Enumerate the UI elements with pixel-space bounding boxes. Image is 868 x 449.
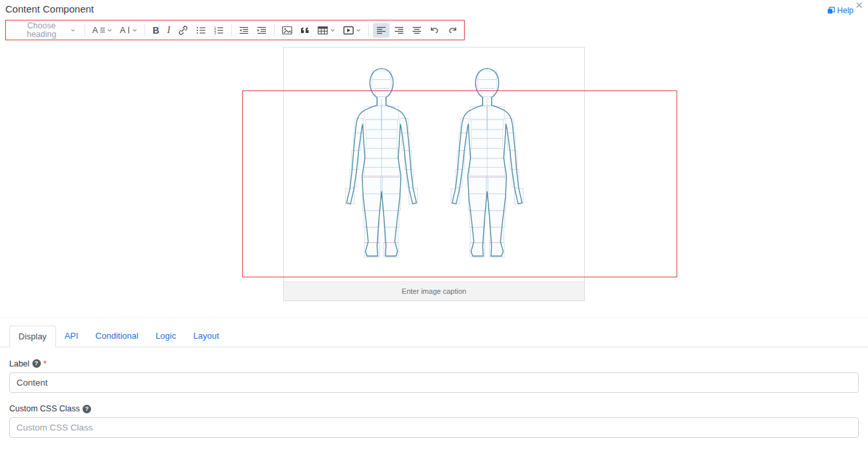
- increase-indent-button[interactable]: [253, 23, 270, 38]
- help-label: Help: [837, 6, 853, 15]
- help-link[interactable]: Help: [827, 6, 853, 15]
- bold-button[interactable]: B: [149, 23, 162, 38]
- align-left-icon: [376, 26, 386, 35]
- align-right-icon: [394, 26, 404, 35]
- decrease-indent-icon: [239, 26, 249, 35]
- toolbar-separator: [368, 24, 369, 36]
- custom-css-class-field: Custom CSS Class ?: [9, 404, 859, 438]
- align-left-button[interactable]: [373, 23, 389, 38]
- display-settings-form: Label ? * Custom CSS Class ?: [0, 359, 868, 438]
- align-center-button[interactable]: [409, 23, 425, 38]
- body-diagram-image[interactable]: [284, 48, 584, 281]
- text-cursor-icon: [127, 26, 130, 34]
- custom-css-class-input[interactable]: [9, 417, 859, 438]
- label-field: Label ? *: [9, 359, 859, 393]
- dialog-header: Content Component Help ×: [0, 0, 868, 18]
- undo-icon: [430, 26, 440, 34]
- tab-conditional[interactable]: Conditional: [87, 326, 147, 347]
- image-icon: [282, 26, 292, 35]
- chevron-down-icon: [132, 28, 137, 33]
- tab-layout[interactable]: Layout: [185, 326, 228, 347]
- bulleted-list-icon: [196, 26, 206, 35]
- insert-image-button[interactable]: [279, 23, 296, 38]
- tab-bar: Display API Conditional Logic Layout: [0, 326, 868, 347]
- front-body-figure: [340, 54, 423, 276]
- block-quote-icon: [300, 26, 310, 34]
- chevron-down-icon: [356, 28, 361, 33]
- help-tooltip-icon[interactable]: ?: [32, 359, 41, 368]
- table-icon: [317, 26, 328, 35]
- custom-css-class-label: Custom CSS Class ?: [9, 404, 859, 413]
- block-quote-button[interactable]: [297, 24, 313, 37]
- italic-icon: I: [167, 26, 170, 35]
- numbered-list-icon: 123: [214, 26, 224, 35]
- undo-button[interactable]: [426, 23, 443, 37]
- media-icon: [343, 26, 354, 35]
- help-icon: [827, 7, 835, 15]
- label-field-label: Label ? *: [9, 359, 859, 368]
- heading-dropdown-label: Choose heading: [15, 22, 69, 38]
- insert-table-dropdown[interactable]: [314, 23, 339, 38]
- tab-display[interactable]: Display: [9, 326, 56, 347]
- toolbar-separator: [145, 24, 145, 36]
- image-widget[interactable]: Enter image caption: [283, 47, 585, 301]
- font-styles-label: A: [92, 26, 98, 34]
- settings-panel: Display API Conditional Logic Layout Lab…: [0, 317, 868, 438]
- page-title: Content Component: [5, 3, 94, 15]
- chevron-down-icon: [71, 28, 75, 33]
- image-caption-input[interactable]: Enter image caption: [284, 281, 584, 300]
- font-size-dropdown[interactable]: A: [117, 23, 141, 37]
- back-body-figure: [446, 54, 529, 276]
- custom-css-class-label-text: Custom CSS Class: [9, 404, 80, 413]
- toolbar-separator: [231, 24, 232, 36]
- toolbar-separator: [274, 24, 275, 36]
- redo-button[interactable]: [444, 23, 461, 37]
- label-field-label-text: Label: [9, 359, 30, 368]
- redo-icon: [448, 26, 457, 34]
- tab-api[interactable]: API: [56, 326, 87, 347]
- heading-dropdown[interactable]: Choose heading: [9, 19, 81, 41]
- align-center-icon: [412, 26, 422, 35]
- label-input[interactable]: [9, 372, 859, 393]
- close-icon[interactable]: ×: [855, 0, 863, 11]
- increase-indent-icon: [257, 26, 267, 35]
- italic-button[interactable]: I: [164, 23, 174, 38]
- chevron-down-icon: [330, 28, 335, 33]
- numbered-list-button[interactable]: 123: [211, 23, 227, 38]
- tab-logic[interactable]: Logic: [147, 326, 185, 347]
- align-right-button[interactable]: [391, 23, 407, 38]
- required-asterisk: *: [44, 359, 47, 368]
- link-icon: [178, 26, 188, 35]
- font-size-label: A: [120, 26, 126, 34]
- bold-icon: B: [152, 26, 159, 35]
- svg-text:3: 3: [215, 30, 217, 34]
- bulleted-list-button[interactable]: [193, 23, 209, 38]
- decrease-indent-button[interactable]: [236, 23, 252, 38]
- rich-text-editor-content[interactable]: Enter image caption: [0, 47, 868, 301]
- text-lines-icon: [100, 27, 105, 33]
- toolbar-separator: [84, 24, 85, 36]
- link-button[interactable]: [175, 23, 191, 38]
- help-tooltip-icon[interactable]: ?: [83, 405, 91, 413]
- insert-media-dropdown[interactable]: [340, 23, 364, 38]
- font-styles-dropdown[interactable]: A: [89, 23, 116, 37]
- chevron-down-icon: [107, 28, 112, 33]
- rich-text-toolbar: Choose heading A A B I 123: [5, 20, 465, 40]
